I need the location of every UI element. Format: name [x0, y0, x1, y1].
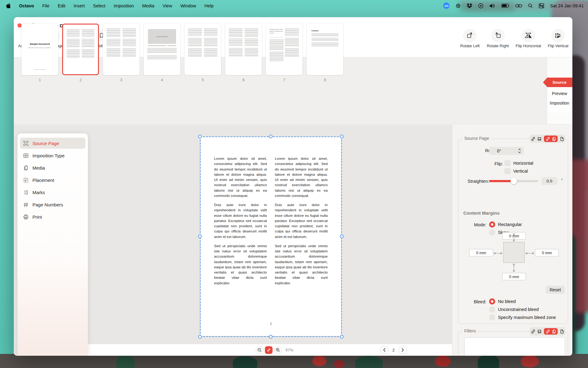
selected-scope-segment[interactable] — [544, 328, 558, 335]
selection-handle-sw[interactable] — [198, 335, 202, 339]
sidebar-item-print[interactable]: Print — [20, 211, 85, 222]
link-icon — [546, 137, 550, 141]
tab-source[interactable]: Source — [543, 78, 572, 87]
play-circle-icon[interactable] — [478, 3, 484, 9]
sidebar-item-media[interactable]: Media — [20, 162, 85, 173]
menu-window[interactable]: Window — [180, 3, 196, 8]
margin-left-field[interactable]: 0 mm — [469, 249, 493, 256]
scope-segmented-control[interactable] — [530, 135, 565, 143]
imposition-type-icon — [23, 153, 29, 159]
zoom-fit-button[interactable] — [265, 346, 273, 354]
menu-media[interactable]: Media — [142, 3, 154, 8]
flip-vertical-checkbox[interactable] — [504, 168, 511, 174]
helm-icon[interactable] — [455, 3, 461, 9]
thumbnail-page-1[interactable]: Sample Document A Demonstration of Octav… — [21, 24, 58, 75]
selection-handle-w[interactable] — [198, 235, 202, 238]
thumbnail-page-7[interactable]: “Design is not just what it looks like. … — [266, 24, 303, 75]
straighten-value-field[interactable]: 0.0 — [541, 177, 557, 185]
thumbnail-page-8[interactable]: Colophon — [307, 24, 343, 75]
rotate-left-button[interactable]: Rotate Left — [458, 29, 481, 48]
thumb8-heading: Colophon — [311, 30, 318, 32]
dropbox-icon[interactable] — [467, 3, 472, 8]
slider-thumb[interactable] — [511, 178, 517, 184]
mode-rectangular-radio[interactable] — [489, 221, 495, 228]
specify-bleed-radio[interactable] — [489, 314, 495, 320]
zoom-out-button[interactable] — [256, 346, 263, 354]
unconstrained-bleed-option[interactable]: Unconstrained bleed — [498, 307, 539, 312]
menu-select[interactable]: Select — [93, 3, 105, 8]
horizontal-arrow-icon — [494, 251, 502, 256]
no-bleed-radio[interactable] — [489, 298, 495, 305]
mode-skew-radio[interactable] — [489, 229, 495, 236]
tab-preview[interactable]: Preview — [547, 90, 572, 97]
selection-handle-nw[interactable] — [198, 135, 202, 138]
margin-bottom-field[interactable]: 0 mm — [502, 273, 526, 280]
menu-app-name[interactable]: Octavo — [19, 3, 34, 8]
flip-vertical-option[interactable]: Vertical — [513, 169, 528, 174]
filters-list[interactable] — [464, 337, 565, 356]
specify-bleed-option[interactable]: Specify maximum bleed zone — [498, 315, 556, 320]
thumbnail-page-3[interactable] — [103, 24, 140, 75]
menu-clock[interactable]: Sat 24 Jan 09:41 — [550, 3, 584, 8]
mode-rectangular-option[interactable]: Rectangular — [498, 222, 522, 227]
selection-handle-e[interactable] — [340, 235, 344, 238]
rotate-right-icon — [491, 29, 505, 42]
control-center-icon[interactable] — [539, 3, 544, 8]
sidebar-item-placement[interactable]: Placement — [20, 174, 85, 186]
menu-file[interactable]: File — [42, 3, 49, 8]
menu-help[interactable]: Help — [204, 3, 213, 8]
spotlight-search-icon[interactable] — [528, 3, 533, 8]
sidebar-item-marks[interactable]: Marks — [20, 187, 85, 198]
thumbnail-page-4[interactable]: Image Placeholder — [144, 24, 180, 75]
flip-horizontal-checkbox[interactable] — [504, 160, 511, 166]
selection-handle-s[interactable] — [269, 335, 273, 339]
wallpaper-ground — [0, 354, 588, 368]
link-icon — [546, 329, 550, 334]
straighten-slider[interactable] — [489, 180, 538, 182]
wallpaper-leaf — [355, 356, 383, 368]
flip-vertical-label: Flip Vertical — [548, 44, 568, 48]
selection-handle-ne[interactable] — [340, 135, 344, 138]
apple-menu-icon[interactable] — [6, 3, 11, 8]
menu-imposition[interactable]: Imposition — [114, 3, 134, 8]
flip-horizontal-option[interactable]: Horizontal — [513, 161, 533, 166]
tab-imposition[interactable]: Imposition — [547, 99, 572, 107]
unconstrained-bleed-radio[interactable] — [489, 306, 495, 312]
thumbnail-page-6[interactable] — [225, 24, 262, 75]
selection-handle-se[interactable] — [340, 335, 344, 339]
sidebar-item-imposition-type[interactable]: Imposition Type — [20, 150, 85, 161]
menu-edit[interactable]: Edit — [58, 3, 66, 8]
battery-icon[interactable] — [501, 4, 510, 8]
rotation-dropdown[interactable]: 0° — [489, 147, 524, 155]
rotate-left-icon — [463, 29, 477, 42]
vertical-arrow-icon — [512, 263, 516, 273]
thumbnail-page-5[interactable] — [184, 24, 221, 75]
thumbnail-page-2-selected[interactable] — [62, 24, 99, 75]
reset-button[interactable]: Reset — [546, 286, 565, 294]
scope-segmented-control[interactable] — [530, 327, 565, 335]
flip-horizontal-button[interactable]: Flip Horizontal — [514, 29, 542, 48]
zoom-in-button[interactable] — [274, 346, 282, 354]
volume-icon[interactable] — [489, 3, 496, 8]
rotate-right-button[interactable]: Rotate Right — [485, 29, 510, 48]
pages-icon — [552, 137, 556, 141]
no-bleed-option[interactable]: No bleed — [498, 299, 516, 304]
document-page[interactable]: Lorem ipsum dolor sit amet, consectetur … — [201, 137, 341, 336]
page-column-right: Lorem ipsum dolor sit amet, consectetur … — [275, 156, 328, 290]
single-page-icon — [560, 329, 564, 334]
sidebar-item-page-numbers[interactable]: Page Numbers — [20, 199, 85, 210]
next-page-button[interactable] — [399, 346, 407, 354]
close-button[interactable] — [17, 23, 22, 28]
menu-insert[interactable]: Insert — [74, 3, 85, 8]
flip-vertical-button[interactable]: Flip Vertical — [547, 29, 570, 48]
zoom-app-icon[interactable]: zm — [443, 2, 450, 9]
hotspot-link-icon[interactable] — [515, 4, 522, 8]
sidebar-item-source-page[interactable]: Source Page — [20, 138, 85, 149]
margin-right-field[interactable]: 0 mm — [535, 249, 559, 256]
previous-page-button[interactable] — [380, 346, 388, 354]
menu-view[interactable]: View — [163, 3, 172, 8]
wallpaper-flower — [312, 356, 326, 366]
selected-scope-segment[interactable] — [544, 136, 558, 142]
rotate-right-label: Rotate Right — [487, 44, 509, 48]
selection-handle-n[interactable] — [269, 135, 273, 138]
